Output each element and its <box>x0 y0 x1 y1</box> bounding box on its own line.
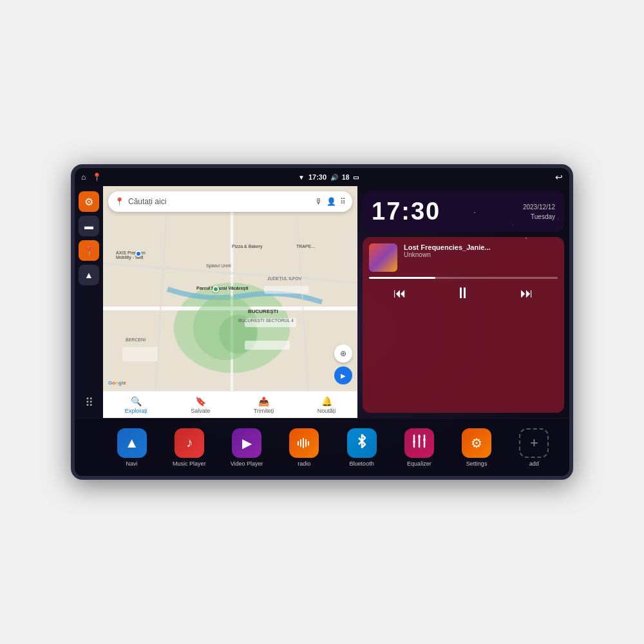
map-location-button[interactable]: ⊕ <box>334 345 352 363</box>
map-nav-news[interactable]: 🔔 Noutăți <box>317 396 336 414</box>
news-icon: 🔔 <box>321 396 332 406</box>
clock-widget: 17:30 2023/12/12 Tuesday <box>363 191 564 232</box>
profile-icon[interactable]: 👤 <box>327 197 336 206</box>
clock-time: 17:30 <box>372 198 440 225</box>
bluetooth-icon <box>347 428 377 458</box>
app-item-navi[interactable]: ▲ Navi <box>109 428 155 467</box>
map-search-bar[interactable]: 📍 Căutați aici 🎙 👤 ⠿ <box>108 191 352 212</box>
svg-rect-12 <box>264 286 309 294</box>
mic-icon[interactable]: 🎙 <box>315 197 323 206</box>
music-info: Lost Frequencies_Janie... Unknown <box>404 243 558 258</box>
map-pin-parcnat[interactable] <box>213 286 219 292</box>
map-nav-explore[interactable]: 🔍 Explorați <box>125 396 147 414</box>
device-frame: ⌂ 📍 ▼ 17:30 🔊 18 ▭ ↩ ⚙ ▬ <box>71 164 573 480</box>
app-row: ▲ Navi ♪ Music Player ▶ Video Player <box>75 418 569 476</box>
play-icon: ▶ <box>341 372 346 379</box>
map-nav-saved[interactable]: 🔖 Salvate <box>191 396 210 414</box>
all-apps-button[interactable]: ⠿ <box>79 392 99 413</box>
main-content: ⚙ ▬ 📍 ▲ ⠿ <box>75 186 569 476</box>
volume-icon: 🔊 <box>330 174 338 181</box>
status-bar-left: ⌂ 📍 <box>81 173 102 182</box>
sidebar: ⚙ ▬ 📍 ▲ ⠿ <box>75 186 103 418</box>
map-label-splaiul: Splaiul Unirii <box>206 263 231 268</box>
map-label-trape: TRAPE... <box>296 244 315 249</box>
map-label-parcnat: Parcul Natural Văcărești <box>196 286 249 290</box>
status-bar-right: ↩ <box>555 172 563 182</box>
bluetooth-label: Bluetooth <box>350 460 374 467</box>
app-item-settings[interactable]: ⚙ Settings <box>454 428 499 467</box>
map-label-berceni: BERCENI <box>126 337 146 342</box>
map-nav-news-label: Noutăți <box>317 408 336 414</box>
maps-logo-icon: 📍 <box>115 197 124 206</box>
map-label-bucuresti: BUCUREȘTI <box>248 308 278 314</box>
map-nav-send-label: Trimiteți <box>254 408 274 414</box>
settings-app-icon: ⚙ <box>462 428 491 458</box>
music-progress-track[interactable] <box>369 277 558 279</box>
map-nav-send[interactable]: 📤 Trimiteți <box>254 396 274 414</box>
music-symbol: ♪ <box>186 435 193 450</box>
settings-symbol: ⚙ <box>471 435 482 451</box>
sidebar-item-maps[interactable]: 📍 <box>79 240 99 261</box>
right-panel: 17:30 2023/12/12 Tuesday Lost Frequencie… <box>357 186 569 418</box>
music-prev-button[interactable]: ⏮ <box>393 286 406 301</box>
video-label: Video Player <box>231 460 263 467</box>
app-item-music[interactable]: ♪ Music Player <box>167 428 212 467</box>
svg-point-20 <box>413 440 415 443</box>
add-label: add <box>529 460 539 467</box>
map-label-pizza: Pizza & Bakery <box>232 244 262 249</box>
sidebar-item-navi[interactable]: ▲ <box>79 265 99 285</box>
sidebar-item-files[interactable]: ▬ <box>79 216 99 236</box>
music-next-button[interactable]: ⏭ <box>520 286 533 301</box>
app-item-add[interactable]: + add <box>511 428 556 467</box>
navi-icon: ▲ <box>117 428 147 458</box>
navi-label: Navi <box>126 460 138 467</box>
music-widget[interactable]: Lost Frequencies_Janie... Unknown ⏮ ⏸ ⏭ <box>363 237 564 413</box>
svg-rect-11 <box>122 347 158 361</box>
map-label-sector4: BUCUREȘTI SECTORUL 4 <box>238 318 294 323</box>
music-title: Lost Frequencies_Janie... <box>404 243 558 251</box>
map-nav-explore-label: Explorați <box>125 408 147 414</box>
settings-label: Settings <box>466 460 488 467</box>
equalizer-label: Equalizer <box>407 460 431 467</box>
map-pin-axis[interactable] <box>135 251 142 257</box>
music-art-image <box>369 243 397 272</box>
nav-arrow-icon: ▲ <box>84 270 93 280</box>
app-item-video[interactable]: ▶ Video Player <box>224 428 269 467</box>
map-background <box>103 186 357 418</box>
video-icon: ▶ <box>232 428 261 458</box>
music-pause-button[interactable]: ⏸ <box>455 284 471 302</box>
battery-level: 18 <box>342 174 349 181</box>
app-item-equalizer[interactable]: Equalizer <box>397 428 442 467</box>
clock-day: Tuesday <box>523 212 555 222</box>
clock-date-info: 2023/12/12 Tuesday <box>523 202 555 222</box>
clock-date: 2023/12/12 <box>523 202 555 212</box>
add-symbol: + <box>530 435 538 451</box>
music-top: Lost Frequencies_Janie... Unknown <box>369 243 558 272</box>
home-icon[interactable]: ⌂ <box>81 173 86 182</box>
map-nav-saved-label: Salvate <box>191 408 210 414</box>
sidebar-item-settings[interactable]: ⚙ <box>79 191 99 212</box>
settings-dots-icon[interactable]: ⠿ <box>340 197 346 206</box>
map-search-actions: 🎙 👤 ⠿ <box>315 197 346 206</box>
explore-icon: 🔍 <box>131 396 142 406</box>
maps-nav-icon[interactable]: 📍 <box>92 173 102 182</box>
status-bar: ⌂ 📍 ▼ 17:30 🔊 18 ▭ ↩ <box>75 168 569 186</box>
add-icon: + <box>519 428 549 458</box>
music-artist: Unknown <box>404 251 558 258</box>
back-icon[interactable]: ↩ <box>555 172 563 182</box>
navi-symbol: ▲ <box>125 435 139 451</box>
map-container[interactable]: BUCUREȘTI BUCUREȘTI SECTORUL 4 BERCENI J… <box>103 186 357 418</box>
battery-icon: ▭ <box>353 174 359 181</box>
app-item-radio[interactable]: radio <box>281 428 327 467</box>
svg-point-26 <box>423 439 426 441</box>
map-start-button[interactable]: ▶ <box>334 366 352 384</box>
radio-label: radio <box>298 460 310 467</box>
saved-icon: 🔖 <box>195 396 206 406</box>
map-pin-icon: 📍 <box>84 245 95 256</box>
app-item-bluetooth[interactable]: Bluetooth <box>339 428 384 467</box>
status-bar-center: ▼ 17:30 🔊 18 ▭ <box>298 173 359 181</box>
music-controls: ⏮ ⏸ ⏭ <box>369 284 558 302</box>
music-album-art <box>369 243 397 272</box>
grid-icon: ⠿ <box>85 397 93 408</box>
video-symbol: ▶ <box>242 435 252 451</box>
